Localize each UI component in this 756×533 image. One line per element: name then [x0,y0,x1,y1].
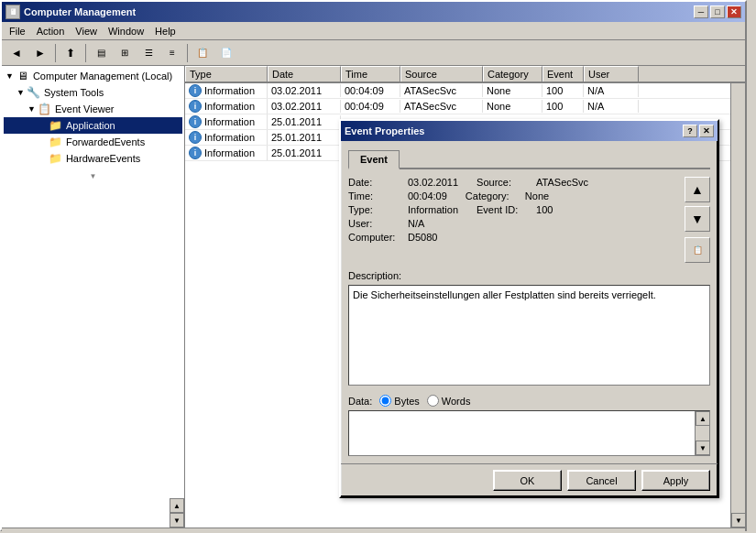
copy-event-button[interactable]: 📋 [685,237,710,263]
apply-button[interactable]: Apply [641,470,710,491]
right-scroll: ▲ ▼ [730,66,745,528]
event-time-1: 00:04:09 [341,84,400,97]
event-category-2: None [483,100,542,113]
type-label: Type: [348,204,408,215]
info-icon-3: i [189,115,202,128]
col-source[interactable]: Source [400,66,483,82]
info-icon-5: i [189,147,202,159]
description-textbox[interactable] [348,285,710,386]
scroll-down-right[interactable]: ▼ [731,513,745,528]
data-scroll-up[interactable]: ▲ [696,411,710,426]
event-date-4: 25.01.2011 [268,131,341,144]
ok-button[interactable]: OK [493,470,562,491]
event-id-1: 100 [542,84,584,97]
info-icon-1: i [189,84,202,97]
tree-label-forwarded: ForwardedEvents [66,136,145,147]
forward-button[interactable]: ► [29,43,51,63]
words-label: Words [442,396,471,407]
left-scroll: ▲ ▼ [170,498,184,528]
data-label: Data: [348,396,372,407]
tree-item-forwarded[interactable]: ► 📁 ForwardedEvents [4,134,182,150]
col-type[interactable]: Type [185,66,268,82]
col-date[interactable]: Date [268,66,341,82]
col-event[interactable]: Event [542,66,584,82]
words-radio-label[interactable]: Words [427,395,471,407]
data-textbox[interactable]: ▲ ▼ [348,410,710,456]
event-nav-buttons: ▲ ▼ 📋 [685,177,710,263]
type-value: Information [408,204,458,215]
dialog-buttons: OK Cancel Apply [341,463,718,496]
application-icon: 📁 [49,118,63,133]
scroll-down-left[interactable]: ▼ [170,513,184,528]
tree-item-event-viewer[interactable]: ▼ 📋 Event Viewer [4,101,182,117]
description-section: Description: [348,270,710,387]
dialog-help-button[interactable]: ? [683,125,697,137]
data-section: Data: Bytes Words ▲ ▼ [348,395,710,456]
eventid-label: Event ID: [477,204,536,215]
detail-row-date: Date: 03.02.2011 Source: ATASecSvc [348,177,677,188]
tree-item-application[interactable]: ► 📁 Application [4,117,182,134]
app-icon: 🖥 [5,5,20,19]
category-label: Category: [466,190,525,201]
close-button[interactable]: ✕ [727,5,741,18]
data-row: Data: Bytes Words [348,395,710,407]
toolbar-separator-2 [85,44,86,62]
menu-help[interactable]: Help [149,24,181,38]
event-user-2: N/A [584,100,639,113]
new-log-button[interactable]: 📋 [192,43,214,63]
time-value: 00:04:09 [408,190,447,201]
cancel-button[interactable]: Cancel [567,470,636,491]
next-event-button[interactable]: ▼ [685,206,710,232]
tree-item-computer-management[interactable]: ▼ 🖥 Computer Management (Local) [4,68,182,84]
detail-button[interactable]: ≡ [161,43,183,63]
menu-file[interactable]: File [4,24,31,38]
data-scroll-down[interactable]: ▼ [696,441,710,455]
tab-event[interactable]: Event [348,150,400,169]
menu-action[interactable]: Action [31,24,71,38]
event-log-button[interactable]: 📄 [215,43,237,63]
col-time[interactable]: Time [341,66,400,82]
list-button[interactable]: ☰ [137,43,159,63]
bytes-radio-label[interactable]: Bytes [379,395,420,407]
col-user[interactable]: User [584,66,639,82]
computer-label: Computer: [348,232,408,243]
maximize-button[interactable]: □ [710,5,725,18]
words-radio[interactable] [427,395,439,407]
category-value: None [525,190,549,201]
prev-event-button[interactable]: ▲ [685,177,710,202]
info-icon-4: i [189,131,202,144]
title-bar-controls: ─ □ ✕ [694,5,741,18]
view-button[interactable]: ⊞ [114,43,136,63]
back-button[interactable]: ◄ [5,43,27,63]
minimize-button[interactable]: ─ [694,5,708,18]
system-tools-icon: 🔧 [27,85,41,100]
eventid-value: 100 [536,204,553,215]
event-category-1: None [483,84,542,97]
dialog-title-controls: ? ✕ [683,125,714,137]
data-scroll: ▲ ▼ [695,411,709,455]
event-row-2[interactable]: i Information 03.02.2011 00:04:09 ATASec… [185,99,745,114]
show-hide-button[interactable]: ▤ [90,43,112,63]
source-label: Source: [477,177,536,188]
tree-item-system-tools[interactable]: ▼ 🔧 System Tools [4,84,182,101]
user-label: User: [348,218,408,229]
dialog-close-button[interactable]: ✕ [699,125,714,137]
scroll-up-left[interactable]: ▲ [170,498,184,513]
col-category[interactable]: Category [483,66,542,82]
forwarded-icon: 📁 [49,135,63,149]
tree-area[interactable]: ▼ 🖥 Computer Management (Local) ▼ 🔧 Syst… [2,66,184,511]
event-viewer-icon: 📋 [38,102,52,116]
scroll-track-right[interactable] [731,81,745,513]
tree-item-hardware[interactable]: ► 📁 HardwareEvents [4,150,182,167]
tree-label-system-tools: System Tools [44,87,104,98]
up-button[interactable]: ⬆ [60,43,82,63]
hardware-icon: 📁 [49,151,63,166]
bytes-radio[interactable] [379,395,391,407]
tree-label-event-viewer: Event Viewer [55,103,115,114]
description-label: Description: [348,270,710,281]
event-row-1[interactable]: i Information 03.02.2011 00:04:09 ATASec… [185,83,745,99]
event-type-4: Information [204,132,255,143]
menu-window[interactable]: Window [103,24,149,38]
event-user-1: N/A [584,84,639,97]
menu-view[interactable]: View [70,24,103,38]
